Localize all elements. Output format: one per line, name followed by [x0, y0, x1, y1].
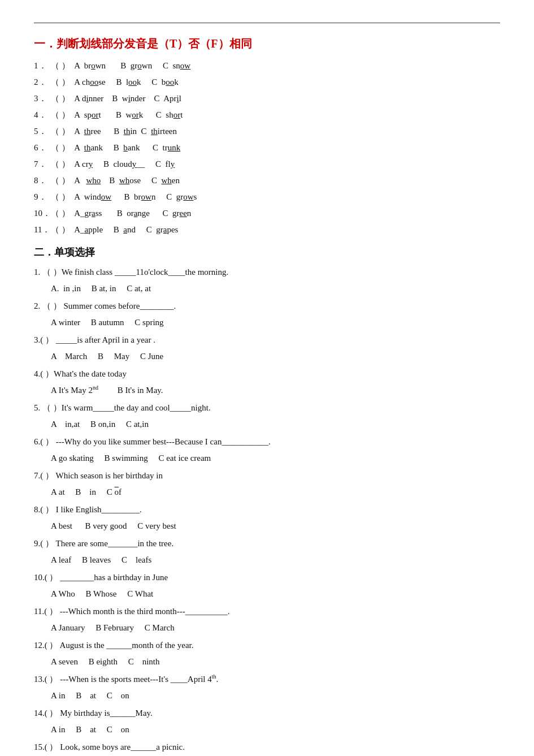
section2-title: 二．单项选择	[34, 243, 500, 261]
q8-row: 8． （ ） A who B whose C when	[34, 173, 500, 188]
s2-q7-stem: 7.( ） Which season is her birthday in	[34, 468, 163, 483]
q7-content: （ ） A cry B cloudy__ C fly	[51, 157, 175, 172]
s2-q12: 12.( ） August is the ______month of the …	[34, 638, 500, 669]
q4-row: 4． （ ） A sport B work C short	[34, 107, 500, 123]
top-divider	[34, 23, 500, 23]
q6-content: （ ） A thank B bank C trunk	[51, 140, 180, 155]
s2-q10: 10.( ） ________has a birthday in June A …	[34, 570, 500, 602]
s2-q8-stem: 8.( ） I like English_________.	[34, 502, 142, 517]
s2-q3: 3.( ） _____is after April in a year . A …	[34, 332, 500, 364]
s2-q13-options: A in B at C on	[51, 688, 500, 703]
s2-q5-stem: 5. （ ）It's warm_____the day and cool____…	[34, 400, 211, 416]
q6-row: 6． （ ） A thank B bank C trunk	[34, 140, 500, 155]
s2-q7: 7.( ） Which season is her birthday in A …	[34, 468, 500, 500]
s2-q11-stem: 11.( ） ---Which month is the third month…	[34, 604, 229, 619]
q1-num: 1．	[34, 58, 51, 74]
s2-q6-options: A go skating B swimming C eat ice cream	[51, 451, 500, 466]
s2-q3-options: A March B May C June	[51, 349, 500, 364]
s2-q1-options: A. in ,in B at, in C at, at	[51, 281, 500, 296]
q8-num: 8．	[34, 173, 51, 188]
s2-q1: 1. （ ）We finish class _____11o'clock____…	[34, 265, 500, 296]
q4-num: 4．	[34, 107, 51, 123]
s2-q11: 11.( ） ---Which month is the third month…	[34, 604, 500, 636]
q2-num: 2．	[34, 75, 51, 90]
s2-q9-options: A leaf B leaves C leafs	[51, 552, 500, 568]
q9-num: 9．	[34, 189, 51, 205]
s2-q4: 4.( ）What's the date today A It's May 2n…	[34, 366, 500, 398]
q3-row: 3． （ ） A dinner B winder C April	[34, 91, 500, 106]
s2-q9: 9.( ） There are some_______in the tree. …	[34, 536, 500, 568]
s2-q14-options: A in B at C on	[51, 722, 500, 737]
s2-q10-options: A Who B Whose C What	[51, 586, 500, 602]
q7-num: 7．	[34, 157, 51, 172]
s2-q2: 2. （ ） Summer comes before________. A wi…	[34, 299, 500, 330]
s2-q4-stem: 4.( ）What's the date today	[34, 366, 127, 382]
s2-q3-stem: 3.( ） _____is after April in a year .	[34, 332, 155, 348]
s2-q14-stem: 14.( ） My birthday is______May.	[34, 706, 153, 721]
s2-q5-options: A in,at B on,in C at,in	[51, 417, 500, 432]
s2-q8-options: A best B very good C very best	[51, 519, 500, 534]
q5-content: （ ） A three B thin C thirteen	[51, 124, 177, 139]
q3-content: （ ） A dinner B winder C April	[51, 91, 181, 106]
s2-q13: 13.( ） ---When is the sports meet---It's…	[34, 672, 500, 703]
q10-num: 10．	[34, 206, 51, 221]
s2-q8: 8.( ） I like English_________. A best B …	[34, 502, 500, 534]
s2-q14: 14.( ） My birthday is______May. A in B a…	[34, 706, 500, 737]
q5-row: 5． （ ） A three B thin C thirteen	[34, 124, 500, 139]
q11-num: 11．	[34, 222, 51, 237]
s2-q15: 15.( ） Look, some boys are______a picnic…	[34, 740, 500, 756]
s2-q5: 5. （ ）It's warm_____the day and cool____…	[34, 400, 500, 432]
q6-num: 6．	[34, 140, 51, 155]
s2-q12-options: A seven B eighth C ninth	[51, 654, 500, 669]
q11-row: 11． （ ） A_apple B and C grapes	[34, 222, 500, 237]
q10-row: 10． （ ） A_grass B orange C green	[34, 206, 500, 221]
q11-content: （ ） A_apple B and C grapes	[51, 222, 178, 237]
s2-q10-stem: 10.( ） ________has a birthday in June	[34, 570, 168, 585]
q9-content: （ ） A window B brown C grows	[51, 189, 197, 205]
q10-content: （ ） A_grass B orange C green	[51, 206, 191, 221]
section1-title: 一．判断划线部分发音是（T）否（F）相同	[34, 33, 500, 54]
s2-q9-stem: 9.( ） There are some_______in the tree.	[34, 536, 173, 551]
q2-row: 2． （ ） A choose B look C book	[34, 75, 500, 90]
q3-num: 3．	[34, 91, 51, 106]
q9-row: 9． （ ） A window B brown C grows	[34, 189, 500, 205]
q7-row: 7． （ ） A cry B cloudy__ C fly	[34, 157, 500, 172]
q1-content: （ ） A brown B grown C snow	[51, 58, 190, 74]
q5-num: 5．	[34, 124, 51, 139]
q1-row: 1． （ ） A brown B grown C snow	[34, 58, 500, 74]
s2-q7-options: A at B in C of	[51, 485, 500, 500]
q4-content: （ ） A sport B work C short	[51, 107, 183, 123]
s2-q1-stem: 1. （ ）We finish class _____11o'clock____…	[34, 265, 228, 280]
s2-q13-stem: 13.( ） ---When is the sports meet---It's…	[34, 672, 218, 687]
s2-q4-options: A It's May 2nd B It's in May.	[51, 383, 500, 398]
s2-q6-stem: 6.( ） ---Why do you like summer best---B…	[34, 434, 271, 450]
q8-content: （ ） A who B whose C when	[51, 173, 180, 188]
s2-q15-stem: 15.( ） Look, some boys are______a picnic…	[34, 740, 185, 755]
s2-q11-options: A January B February C March	[51, 620, 500, 636]
s2-q2-stem: 2. （ ） Summer comes before________.	[34, 299, 176, 314]
q2-content: （ ） A choose B look C book	[51, 75, 179, 90]
s2-q2-options: A winter B autumn C spring	[51, 315, 500, 330]
s2-q6: 6.( ） ---Why do you like summer best---B…	[34, 434, 500, 466]
s2-q12-stem: 12.( ） August is the ______month of the …	[34, 638, 193, 653]
